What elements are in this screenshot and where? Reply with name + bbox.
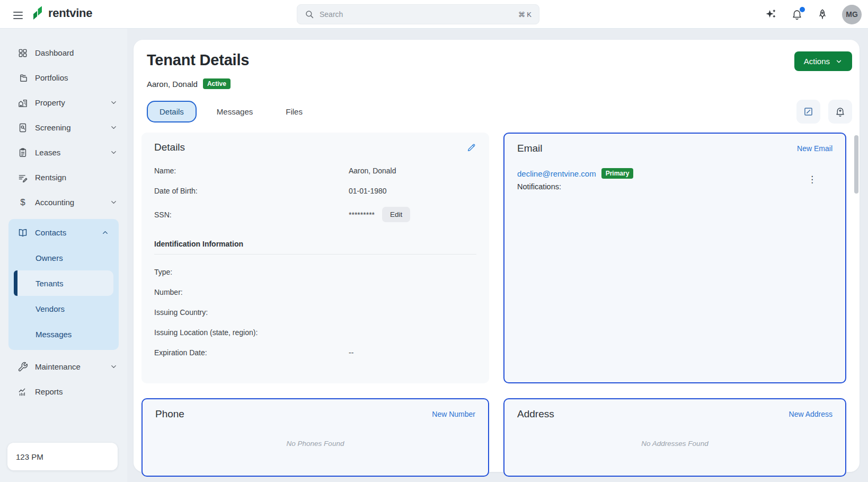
sidebar-item-reports[interactable]: Reports — [0, 379, 127, 404]
field-label: Date of Birth: — [154, 187, 349, 195]
identification-section-title: Identification Information — [154, 240, 476, 248]
section-divider — [154, 254, 476, 255]
field-label: Expiration Date: — [154, 348, 349, 357]
dashboard-grid-icon — [17, 48, 28, 58]
sidebar-item-rentsign[interactable]: Rentsign — [0, 165, 127, 190]
email-card-title: Email — [517, 143, 543, 154]
subscribe-alerts-button[interactable] — [828, 100, 852, 124]
chevron-down-icon — [110, 124, 118, 132]
field-label: SSN: — [154, 211, 349, 219]
sidebar-item-messages[interactable]: Messages — [14, 321, 113, 347]
email-address-link[interactable]: decline@rentvine.com — [517, 169, 596, 178]
wrench-icon — [17, 362, 28, 372]
actions-button[interactable]: Actions — [794, 51, 852, 71]
document-search-icon — [17, 122, 28, 133]
property-building-icon — [17, 98, 28, 108]
tenant-name: Aaron, Donald — [147, 80, 198, 89]
vertical-scrollbar[interactable] — [854, 135, 858, 194]
new-number-button[interactable]: New Number — [432, 410, 475, 418]
id-row-issuing-country: Issuing Country: — [154, 302, 476, 322]
folder-icon — [17, 73, 28, 83]
search-shortcut: ⌘ K — [518, 11, 532, 19]
notification-dot — [800, 7, 805, 12]
tab-details[interactable]: Details — [147, 101, 197, 122]
sidebar-item-label: Property — [35, 98, 65, 107]
search-input[interactable]: Search ⌘ K — [297, 4, 539, 24]
phone-card: Phone New Number No Phones Found — [141, 398, 489, 477]
status-badge: Active — [203, 78, 231, 89]
tenant-details-panel: Tenant Details Actions Aaron, Donald Act… — [134, 40, 860, 472]
rentvine-logo-mark-icon — [32, 5, 45, 21]
sidebar-item-label: Screening — [35, 123, 71, 132]
tab-messages[interactable]: Messages — [204, 101, 265, 122]
menu-icon[interactable] — [12, 8, 24, 21]
notifications-label: Notifications: — [517, 182, 633, 191]
sidebar-item-leases[interactable]: Leases — [0, 140, 127, 165]
sidebar-item-vendors[interactable]: Vendors — [14, 296, 113, 321]
avatar[interactable]: MG — [842, 5, 862, 24]
chevron-up-icon — [101, 229, 109, 236]
search-icon — [305, 10, 314, 19]
address-card-title: Address — [517, 408, 554, 420]
detail-row-ssn: SSN: ********* Edit — [154, 201, 476, 228]
sidebar-item-tenants[interactable]: Tenants — [14, 270, 113, 296]
sidebar-item-label: Leases — [35, 148, 60, 157]
field-value: -- — [349, 348, 476, 357]
sidebar-item-label: Rentsign — [35, 173, 66, 182]
address-empty-state: No Addresses Found — [517, 420, 832, 467]
pencil-icon — [466, 143, 476, 153]
sidebar-item-dashboard[interactable]: Dashboard — [0, 40, 127, 65]
field-value: Aaron, Donald — [349, 166, 476, 175]
open-book-icon — [17, 227, 28, 238]
actions-button-label: Actions — [804, 57, 830, 66]
page-title: Tenant Details — [147, 51, 249, 69]
sidebar-item-maintenance[interactable]: Maintenance — [0, 354, 127, 379]
workspace-switcher[interactable]: 123 PM — [7, 443, 118, 470]
note-pen-icon — [803, 106, 814, 117]
sidebar-item-label: Owners — [36, 253, 63, 262]
sidebar-item-label: Portfolios — [35, 73, 68, 82]
rentvine-logo[interactable]: rentvine — [32, 5, 92, 21]
address-card: Address New Address No Addresses Found — [503, 398, 846, 477]
clipboard-icon — [17, 147, 28, 158]
signature-pen-icon — [17, 172, 28, 183]
sidebar-item-owners[interactable]: Owners — [14, 245, 113, 270]
sidebar-item-accounting[interactable]: $ Accounting — [0, 190, 127, 215]
details-card: Details Name: Aaron, Donald Date — [141, 133, 489, 383]
sparkles-ai-icon[interactable] — [765, 8, 777, 21]
sidebar-item-label: Contacts — [35, 228, 66, 237]
tab-files[interactable]: Files — [273, 101, 315, 122]
workspace-label: 123 PM — [16, 452, 43, 461]
chevron-down-icon — [110, 363, 118, 371]
compose-note-button[interactable] — [796, 100, 820, 124]
dollar-icon: $ — [17, 197, 28, 208]
chevron-down-icon — [835, 58, 843, 65]
field-label: Issuing Location (state, region): — [154, 328, 349, 337]
bell-plus-icon — [835, 106, 846, 117]
sidebar-item-screening[interactable]: Screening — [0, 115, 127, 140]
email-options-kebab-icon[interactable]: ⋮ — [804, 173, 820, 186]
sidebar-item-property[interactable]: Property — [0, 90, 127, 115]
edit-ssn-button[interactable]: Edit — [382, 207, 410, 222]
notifications-bell-icon[interactable] — [791, 8, 803, 20]
field-label: Issuing Country: — [154, 308, 349, 317]
chevron-down-icon — [110, 148, 118, 156]
detail-row-dob: Date of Birth: 01-01-1980 — [154, 181, 476, 201]
sidebar-item-contacts[interactable]: Contacts — [8, 220, 119, 245]
new-email-button[interactable]: New Email — [797, 144, 832, 153]
sidebar: Dashboard Portfolios Property — [0, 29, 127, 482]
rocket-icon[interactable] — [817, 8, 828, 20]
primary-badge: Primary — [601, 168, 634, 179]
sidebar-item-portfolios[interactable]: Portfolios — [0, 65, 127, 90]
field-label: Name: — [154, 166, 349, 175]
id-row-issuing-location: Issuing Location (state, region): — [154, 322, 476, 343]
sidebar-item-label: Maintenance — [35, 362, 81, 371]
phone-card-title: Phone — [155, 408, 184, 420]
sidebar-item-label: Vendors — [36, 304, 65, 313]
phone-empty-state: No Phones Found — [155, 420, 475, 467]
new-address-button[interactable]: New Address — [789, 410, 832, 418]
edit-details-button[interactable] — [466, 143, 476, 153]
search-placeholder: Search — [320, 10, 513, 19]
id-row-number: Number: — [154, 282, 476, 302]
sidebar-item-label: Dashboard — [35, 48, 74, 57]
